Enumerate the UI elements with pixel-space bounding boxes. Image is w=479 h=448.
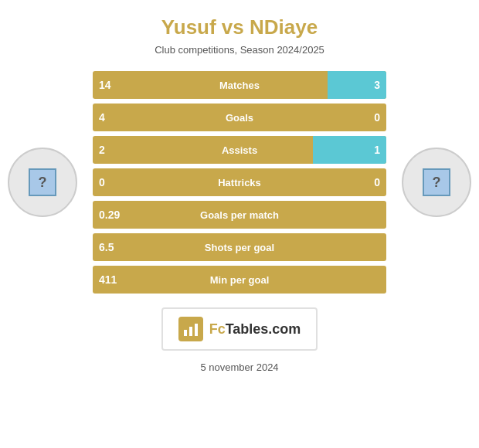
page-container: Yusuf vs NDiaye Club competitions, Seaso… bbox=[0, 0, 479, 448]
stat-row: 411Min per goal bbox=[93, 266, 386, 294]
date-label: 5 november 2024 bbox=[200, 361, 278, 373]
left-player-avatar: ? bbox=[8, 148, 77, 217]
stat-left-value: 14 bbox=[99, 79, 111, 91]
stat-label: Min per goal bbox=[210, 274, 270, 286]
logo-icon bbox=[178, 317, 203, 341]
stat-label: Goals per match bbox=[200, 209, 279, 221]
stat-left-value: 411 bbox=[99, 273, 117, 286]
stat-left-value: 0.29 bbox=[99, 209, 120, 221]
left-avatar-placeholder: ? bbox=[29, 168, 56, 196]
stat-row: 4Goals0 bbox=[93, 104, 386, 131]
stat-right-value: 1 bbox=[374, 144, 380, 156]
right-avatar-placeholder: ? bbox=[423, 168, 450, 196]
stat-label: Goals bbox=[226, 112, 253, 124]
stat-left-value: 6.5 bbox=[99, 241, 114, 253]
stat-row: 6.5Shots per goal bbox=[93, 233, 386, 261]
stat-left-value: 4 bbox=[99, 111, 105, 124]
svg-rect-1 bbox=[189, 327, 192, 336]
stat-right-value: 0 bbox=[374, 111, 380, 124]
stat-right-value: 0 bbox=[374, 176, 380, 188]
stat-row: 2Assists1 bbox=[93, 136, 386, 164]
page-title: Yusuf vs NDiaye bbox=[161, 15, 318, 39]
stat-label: Matches bbox=[219, 80, 260, 91]
stat-right-value: 3 bbox=[374, 79, 380, 91]
logo-area: FcTables.com bbox=[161, 307, 318, 351]
svg-rect-2 bbox=[195, 324, 198, 336]
stat-label: Hattricks bbox=[218, 177, 261, 188]
stat-row: 0Hattricks0 bbox=[93, 168, 386, 196]
svg-rect-0 bbox=[184, 330, 187, 336]
stat-row: 0.29Goals per match bbox=[93, 201, 386, 229]
logo-fc: Fc bbox=[209, 321, 226, 337]
stats-table: 14Matches34Goals02Assists10Hattricks00.2… bbox=[93, 71, 386, 294]
logo-text: FcTables.com bbox=[209, 321, 301, 338]
right-player-avatar: ? bbox=[402, 148, 471, 217]
stat-left-value: 0 bbox=[99, 176, 105, 188]
page-subtitle: Club competitions, Season 2024/2025 bbox=[155, 44, 324, 56]
stat-label: Shots per goal bbox=[205, 242, 274, 253]
stat-label: Assists bbox=[222, 144, 257, 156]
stat-left-value: 2 bbox=[99, 144, 105, 156]
stat-row: 14Matches3 bbox=[93, 71, 386, 99]
